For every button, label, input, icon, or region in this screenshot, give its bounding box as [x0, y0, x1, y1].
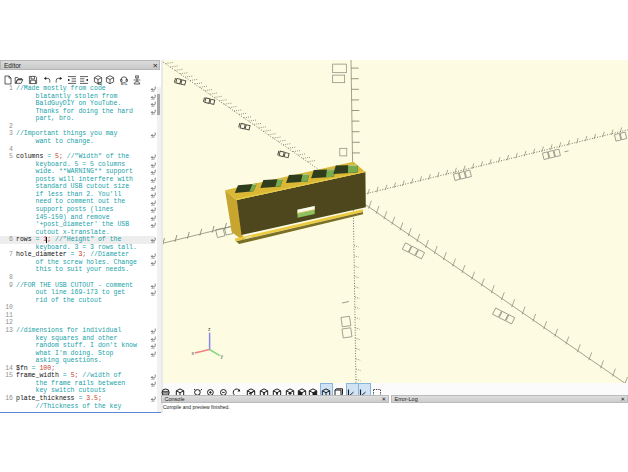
svg-text:z: z	[208, 325, 211, 331]
svg-text:y: y	[221, 353, 224, 359]
svg-text:STL: STL	[121, 82, 127, 85]
svg-text:x: x	[191, 350, 194, 356]
svg-text:3D: 3D	[97, 82, 102, 85]
